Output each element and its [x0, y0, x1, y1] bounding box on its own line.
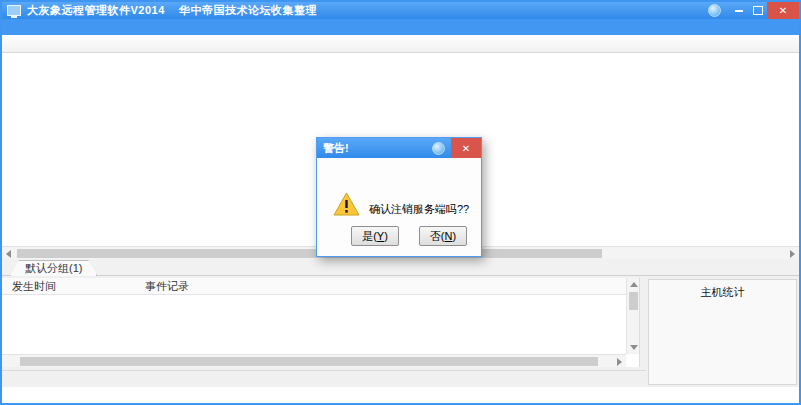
app-window: 大灰象远程管理软件V2014 华中帝国技术论坛收集整理 ✕ 默认分组(1) 发生… [0, 0, 801, 405]
warning-icon [333, 192, 360, 216]
bottom-tabs [2, 370, 646, 387]
menu-bar [2, 19, 799, 35]
maximize-icon [753, 6, 763, 15]
host-stats-panel: 主机统计 [648, 279, 797, 385]
scroll-right-icon[interactable] [790, 250, 795, 258]
dialog-title-bar: 警告! ✕ [317, 138, 481, 158]
log-h-scrollbar[interactable] [2, 354, 626, 367]
log-v-scrollbar[interactable] [626, 278, 639, 354]
maximize-button[interactable] [748, 2, 767, 19]
dialog-help-icon[interactable] [432, 142, 445, 155]
scroll-left-icon[interactable] [6, 250, 11, 258]
dialog-title: 警告! [323, 141, 349, 156]
scroll-thumb[interactable] [629, 292, 638, 310]
warning-dialog: 警告! ✕ 确认注销服务端吗?? 是(Y) 否(N) [316, 137, 482, 257]
yes-button[interactable]: 是(Y) [351, 226, 399, 246]
scroll-thumb[interactable] [20, 357, 598, 366]
group-tab-row: 默认分组(1) [2, 259, 799, 276]
status-bar [2, 387, 799, 403]
window-title: 大灰象远程管理软件V2014 华中帝国技术论坛收集整理 [27, 3, 317, 18]
close-icon: ✕ [779, 5, 787, 16]
host-table-header [2, 35, 799, 53]
app-icon [7, 5, 21, 16]
group-tab-default[interactable]: 默认分组(1) [10, 260, 97, 276]
title-bar: 大灰象远程管理软件V2014 华中帝国技术论坛收集整理 ✕ [2, 2, 799, 19]
log-header: 发生时间 事件记录 [2, 278, 639, 295]
close-icon: ✕ [462, 143, 470, 154]
dialog-close-button[interactable]: ✕ [451, 138, 481, 158]
close-button[interactable]: ✕ [767, 2, 799, 19]
dialog-message: 确认注销服务端吗?? [369, 202, 469, 217]
scroll-down-icon[interactable] [630, 345, 638, 350]
minimize-icon [735, 10, 743, 12]
scroll-thumb[interactable] [17, 249, 602, 258]
log-header-event[interactable]: 事件记录 [137, 278, 639, 294]
scroll-right-icon[interactable] [617, 358, 622, 366]
skin-bubble-icon[interactable] [708, 4, 721, 17]
dialog-body: 确认注销服务端吗?? 是(Y) 否(N) [317, 158, 481, 256]
no-button[interactable]: 否(N) [419, 226, 467, 246]
log-header-time[interactable]: 发生时间 [2, 278, 137, 294]
stats-title: 主机统计 [649, 285, 796, 300]
minimize-button[interactable] [729, 2, 748, 19]
scroll-up-icon[interactable] [630, 282, 638, 287]
log-panel: 发生时间 事件记录 [2, 278, 640, 367]
